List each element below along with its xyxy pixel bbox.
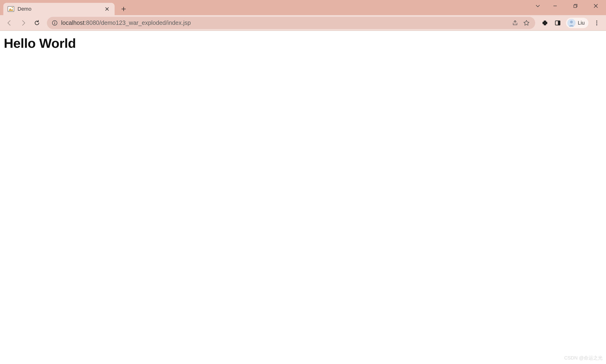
- url-host: localhost: [61, 19, 84, 26]
- avatar-icon: [567, 19, 576, 27]
- new-tab-button[interactable]: [118, 4, 129, 14]
- url-text: localhost:8080/demo123_war_exploded/inde…: [61, 19, 508, 26]
- url-path: /demo123_war_exploded/index.jsp: [99, 19, 191, 26]
- side-panel-button[interactable]: [552, 17, 564, 29]
- back-button[interactable]: [3, 17, 16, 29]
- page-content: Hello World: [0, 31, 606, 56]
- window-controls: [531, 0, 606, 12]
- window-maximize-button[interactable]: [565, 0, 586, 12]
- svg-point-5: [54, 21, 55, 22]
- bookmark-star-icon[interactable]: [523, 19, 530, 27]
- svg-point-11: [596, 20, 597, 21]
- profile-chip[interactable]: Liu: [566, 18, 589, 28]
- svg-rect-6: [55, 23, 55, 24]
- toolbar-right: Liu: [539, 17, 603, 29]
- tab-favicon-icon: [8, 6, 14, 12]
- svg-point-12: [596, 22, 597, 23]
- browser-tab[interactable]: Demo: [3, 3, 115, 15]
- window-close-button[interactable]: [586, 0, 606, 12]
- forward-button[interactable]: [17, 17, 29, 29]
- browser-titlebar: Demo: [0, 0, 606, 15]
- svg-point-13: [596, 24, 597, 25]
- search-tabs-button[interactable]: [531, 0, 545, 12]
- address-bar[interactable]: localhost:8080/demo123_war_exploded/inde…: [47, 17, 535, 29]
- share-icon[interactable]: [511, 19, 519, 27]
- watermark: CSDN @命运之光: [564, 355, 603, 361]
- menu-button[interactable]: [591, 17, 603, 29]
- svg-point-2: [12, 7, 13, 8]
- page-heading: Hello World: [4, 36, 602, 51]
- site-info-icon[interactable]: [52, 20, 58, 26]
- window-minimize-button[interactable]: [545, 0, 565, 12]
- tab-close-button[interactable]: [104, 6, 110, 12]
- url-port: :8080: [84, 19, 99, 26]
- svg-rect-3: [574, 5, 576, 8]
- svg-point-10: [570, 21, 573, 23]
- profile-name: Liu: [578, 20, 585, 26]
- tab-title: Demo: [17, 6, 104, 12]
- browser-toolbar: localhost:8080/demo123_war_exploded/inde…: [0, 15, 606, 31]
- reload-button[interactable]: [31, 17, 43, 29]
- extensions-button[interactable]: [539, 17, 551, 29]
- svg-rect-8: [558, 21, 560, 25]
